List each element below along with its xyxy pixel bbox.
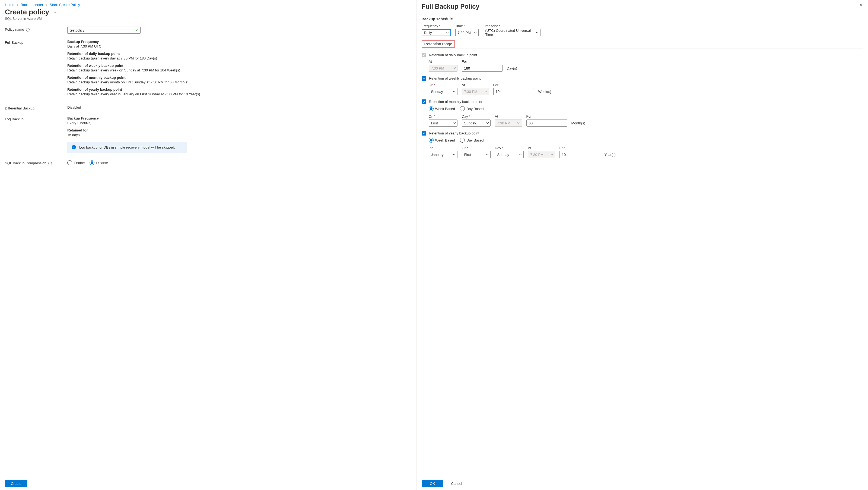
more-icon[interactable]: ··· (52, 10, 56, 15)
daily-unit: Day(s) (507, 66, 517, 72)
breadcrumb-home[interactable]: Home (5, 3, 14, 7)
right-footer: OK Cancel (417, 477, 868, 490)
differential-backup-value: Disabled (67, 106, 412, 110)
check-icon (423, 77, 426, 80)
retention-weekly-heading: Retention of weekly backup point (67, 63, 412, 68)
left-footer: Create (0, 477, 416, 490)
yearly-day-label: Day* (495, 146, 524, 150)
chevron-down-icon (453, 154, 456, 155)
check-icon (423, 100, 426, 103)
weekly-for-input[interactable] (493, 88, 534, 95)
monthly-at-select: 7:30 PM (495, 119, 522, 126)
policy-name-label: Policy name i (5, 27, 67, 31)
full-backup-label: Full Backup (5, 40, 67, 45)
daily-retention-label: Retention of daily backup point (429, 53, 477, 57)
backup-frequency-value: Daily at 7:30 PM UTC (67, 44, 412, 48)
create-button[interactable]: Create (5, 480, 27, 487)
retention-weekly-value: Retain backup taken every week on Sunday… (67, 68, 412, 72)
retention-yearly-value: Retain backup taken every year in Januar… (67, 92, 412, 96)
retention-yearly-heading: Retention of yearly backup point (67, 87, 412, 91)
yearly-week-based-radio[interactable]: Week Based (429, 138, 455, 143)
check-icon (423, 54, 426, 57)
daily-for-input[interactable] (462, 65, 502, 72)
cancel-button[interactable]: Cancel (446, 480, 467, 487)
log-retained-heading: Retained for (67, 128, 412, 132)
info-banner: i Log backup for DBs in simple recovery … (67, 142, 187, 153)
yearly-in-label: In* (429, 146, 458, 150)
breadcrumb-backup-center[interactable]: Backup center (21, 3, 43, 7)
yearly-on-select[interactable]: First (462, 151, 491, 158)
monthly-week-based-radio[interactable]: Week Based (429, 106, 455, 111)
monthly-day-select[interactable]: Sunday (462, 119, 491, 126)
chevron-down-icon (446, 32, 449, 33)
monthly-day-based-radio[interactable]: Day Based (460, 106, 484, 111)
monthly-retention-label: Retention of monthly backup point (429, 100, 483, 104)
page-subtitle: SQL Server in Azure VM (0, 16, 416, 26)
yearly-retention-checkbox[interactable] (422, 131, 426, 136)
monthly-for-input[interactable] (526, 119, 567, 126)
retention-daily-heading: Retention of daily backup point (67, 52, 412, 56)
timezone-select[interactable]: (UTC) Coordinated Universal Time (483, 29, 540, 36)
weekly-at-select: 7:30 PM (462, 88, 489, 95)
monthly-on-select[interactable]: First (429, 119, 458, 126)
weekly-retention-label: Retention of weekly backup point (429, 76, 481, 80)
yearly-day-based-radio[interactable]: Day Based (460, 138, 484, 143)
blade-title: Full Backup Policy (422, 3, 479, 10)
retention-range-heading: Retention range (422, 40, 455, 48)
compression-disable-radio[interactable]: Disable (90, 160, 108, 165)
monthly-unit: Month(s) (571, 121, 585, 126)
chevron-right-icon: › (46, 3, 47, 7)
differential-backup-label: Differential Backup (5, 106, 67, 110)
full-backup-policy-blade: Full Backup Policy ✕ Backup schedule Fre… (417, 0, 868, 490)
weekly-retention-checkbox[interactable] (422, 76, 426, 81)
info-icon[interactable]: i (48, 162, 52, 165)
frequency-label: Frequency* (422, 24, 451, 28)
checkmark-icon: ✓ (136, 28, 139, 32)
info-icon: i (72, 145, 76, 149)
yearly-retention-label: Retention of yearly backup point (429, 131, 479, 135)
yearly-in-select[interactable]: January (429, 151, 458, 158)
weekly-on-select[interactable]: Sunday (429, 88, 458, 95)
weekly-for-label: For (493, 83, 534, 87)
backup-frequency-heading: Backup Frequency (67, 40, 412, 44)
yearly-at-label: At (528, 146, 555, 150)
daily-for-label: For (462, 59, 502, 63)
chevron-down-icon (551, 154, 553, 155)
chevron-down-icon (518, 122, 520, 124)
breadcrumb-start-create-policy[interactable]: Start: Create Policy (50, 3, 80, 7)
sql-compression-label: SQL Backup Compression i (5, 160, 67, 165)
info-banner-text: Log backup for DBs in simple recovery mo… (79, 145, 175, 149)
chevron-down-icon (486, 122, 489, 124)
yearly-day-select[interactable]: Sunday (495, 151, 524, 158)
daily-at-select: 7:30 PM (429, 65, 458, 72)
chevron-right-icon: › (17, 3, 18, 7)
close-icon[interactable]: ✕ (860, 3, 863, 8)
policy-name-input[interactable] (67, 27, 141, 34)
weekly-on-label: On* (429, 83, 458, 87)
chevron-down-icon (474, 32, 477, 33)
divider (422, 49, 863, 49)
chevron-right-icon: › (83, 3, 84, 7)
time-select[interactable]: 7:30 PM (455, 29, 478, 36)
backup-schedule-heading: Backup schedule (422, 17, 863, 21)
yearly-for-input[interactable] (559, 151, 600, 158)
monthly-for-label: For (526, 114, 567, 118)
chevron-down-icon (453, 91, 456, 92)
frequency-select[interactable]: Daily (422, 29, 451, 36)
log-frequency-value: Every 2 hour(s) (67, 121, 412, 125)
retention-monthly-value: Retain backup taken every month on First… (67, 80, 412, 84)
ok-button[interactable]: OK (422, 480, 443, 487)
yearly-on-label: On* (462, 146, 491, 150)
chevron-down-icon (484, 91, 487, 92)
chevron-down-icon (453, 67, 456, 69)
time-label: Time* (455, 24, 478, 28)
chevron-down-icon (519, 154, 522, 155)
monthly-retention-checkbox[interactable] (422, 99, 426, 104)
info-icon[interactable]: i (26, 28, 30, 31)
chevron-down-icon (453, 122, 456, 124)
create-policy-pane: Home › Backup center › Start: Create Pol… (0, 0, 417, 490)
log-backup-label: Log Backup (5, 116, 67, 121)
monthly-day-label: Day* (462, 114, 491, 118)
compression-enable-radio[interactable]: Enable (67, 160, 85, 165)
weekly-unit: Week(s) (538, 90, 551, 95)
